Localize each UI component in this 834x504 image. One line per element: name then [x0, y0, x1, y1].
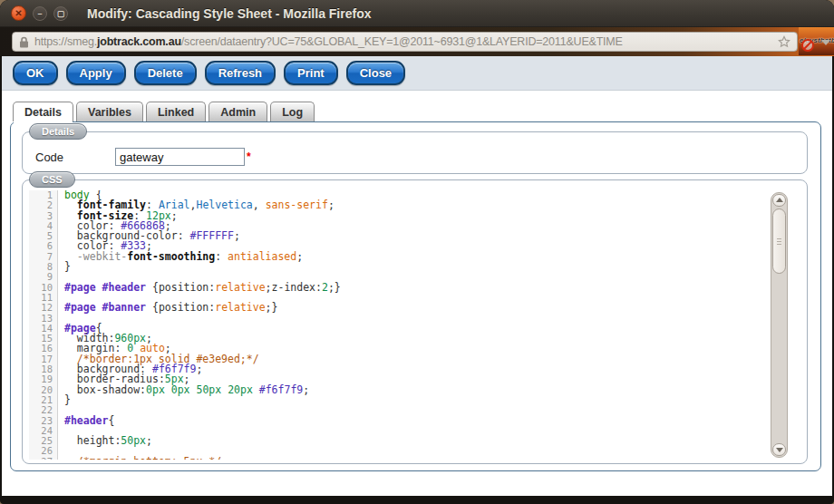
code-line: height:50px;: [64, 436, 800, 446]
tab-linked[interactable]: Linked: [146, 102, 206, 121]
window-close-icon[interactable]: ✕: [11, 5, 26, 21]
scroll-up-arrow-icon[interactable]: [772, 194, 786, 207]
tab-varibles[interactable]: Varibles: [76, 102, 143, 121]
line-number: 19: [29, 374, 53, 384]
window-maximize-icon[interactable]: ▢: [53, 6, 68, 21]
css-fieldset: CSS 123456789101112131415161718192021222…: [22, 179, 808, 464]
window-title: Modify: Cascading Style Sheet - Mozilla …: [87, 6, 372, 21]
url-text: https://smeg.jobtrack.com.au/screen/data…: [34, 35, 772, 48]
tab-log[interactable]: Log: [270, 102, 315, 121]
code-line: #page #header {position:relative;z-index…: [64, 283, 800, 293]
ok-button[interactable]: OK: [13, 61, 58, 85]
tab-admin[interactable]: Admin: [208, 102, 267, 121]
css-legend: CSS: [29, 171, 75, 188]
chevron-down-icon[interactable]: [821, 40, 830, 45]
code-field-row: Code *: [35, 148, 798, 166]
persona-theme-area: elaysthatbite: [799, 27, 834, 55]
line-number: 9: [29, 272, 53, 282]
block-extension-icon[interactable]: [801, 39, 814, 52]
page-content: OK Apply Delete Refresh Print Close Deta…: [2, 56, 832, 496]
details-legend: Details: [29, 123, 87, 140]
refresh-button[interactable]: Refresh: [205, 61, 276, 85]
code-line: #header{: [64, 416, 800, 426]
code-line: [64, 426, 800, 436]
code-line: -webkit-font-smoothing: antialiased;: [64, 252, 800, 262]
code-line: /*margin-bottom: 5px;*/: [64, 457, 800, 460]
window-minimize-icon[interactable]: –: [33, 6, 47, 21]
code-line: }: [64, 395, 800, 405]
details-panel: Details Code * CSS 123456789101112131415…: [10, 121, 821, 471]
scroll-down-arrow-icon[interactable]: [772, 443, 786, 456]
code-line: #page{: [64, 324, 800, 334]
close-button[interactable]: Close: [346, 61, 405, 85]
url-domain: jobtrack.com.au: [97, 35, 181, 48]
code-line: }: [64, 262, 800, 272]
details-fieldset: Details Code *: [22, 131, 808, 174]
code-line: [64, 405, 800, 415]
title-bar: ✕ – ▢ Modify: Cascading Style Sheet - Mo…: [0, 0, 834, 27]
bookmark-star-icon[interactable]: [778, 35, 790, 48]
line-number-gutter: 1234567891011121314151617181920212223242…: [29, 190, 58, 460]
lock-icon: [19, 36, 29, 48]
code-input[interactable]: [115, 148, 245, 166]
scrollbar-thumb[interactable]: [772, 208, 786, 274]
print-button[interactable]: Print: [284, 61, 338, 85]
navigation-bar: https://smeg.jobtrack.com.au/screen/data…: [0, 27, 834, 57]
line-number: 22: [29, 405, 53, 415]
tab-details[interactable]: Details: [13, 102, 73, 121]
tab-bar: Details Varibles Linked Admin Log: [13, 102, 317, 121]
code-line: font-size: 12px;: [64, 211, 800, 221]
firefox-window: ✕ – ▢ Modify: Cascading Style Sheet - Mo…: [0, 0, 834, 504]
code-lines: body { font-family: Arial,Helvetica, san…: [58, 190, 800, 460]
line-number: 27: [29, 457, 53, 460]
code-line: background-color: #FFFFFF;: [64, 231, 800, 241]
code-line: #page #banner {position:relative;}: [64, 303, 800, 313]
css-code-editor[interactable]: 1234567891011121314151617181920212223242…: [29, 190, 800, 460]
editor-scrollbar[interactable]: [771, 192, 788, 458]
code-line: [64, 314, 800, 324]
apply-button[interactable]: Apply: [66, 61, 126, 85]
action-toolbar: OK Apply Delete Refresh Print Close: [2, 56, 832, 91]
line-number: 12: [29, 303, 53, 313]
code-label: Code: [35, 150, 115, 164]
url-path: /screen/dataentry?UC=75&GLOBAL_KEY=1@201…: [181, 35, 623, 48]
url-scheme: https://smeg.: [34, 35, 97, 48]
line-number: 2: [29, 200, 53, 210]
url-bar[interactable]: https://smeg.jobtrack.com.au/screen/data…: [12, 32, 798, 52]
code-line: box-shadow:0px 0px 50px 20px #f6f7f9;: [64, 385, 800, 395]
code-line: width:960px;: [64, 334, 800, 344]
required-marker: *: [247, 150, 251, 163]
delete-button[interactable]: Delete: [134, 61, 197, 85]
